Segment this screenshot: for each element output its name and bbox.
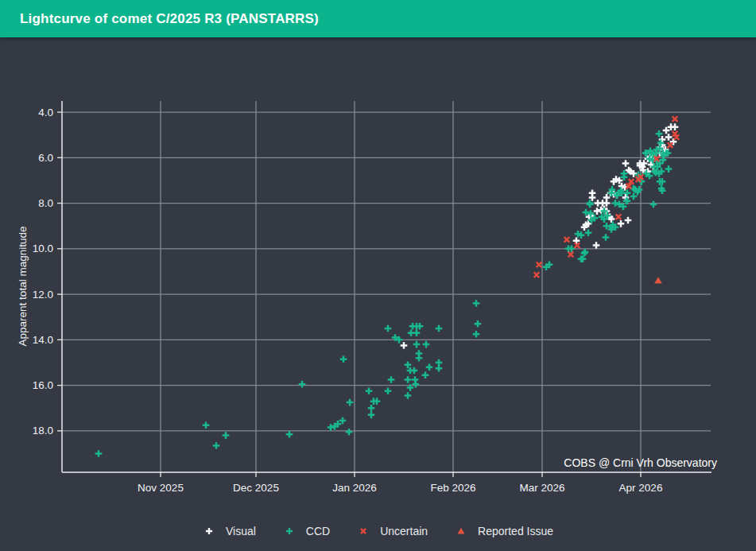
data-point [347,399,354,406]
data-point [473,300,480,307]
data-point [401,342,408,349]
data-point [585,229,592,236]
legend-item-visual[interactable]: Visual [203,525,256,537]
data-point [426,363,433,371]
data-point [587,201,594,208]
page-title: Lightcurve of comet C/2025 R3 (PANSTARRS… [20,11,319,27]
data-point [339,417,347,425]
data-point [413,341,421,348]
data-point [413,381,420,388]
legend-label: CCD [306,525,330,537]
data-point [422,371,429,378]
data-point [475,320,482,328]
legend: VisualCCDUncertainReported Issue [0,517,756,545]
x-tick-label: Feb 2026 [430,482,475,494]
data-point [593,242,600,249]
title-bar: Lightcurve of comet C/2025 R3 (PANSTARRS… [0,0,756,37]
data-point [436,365,443,372]
data-points [95,116,680,457]
data-point [612,200,619,207]
legend-label: Uncertain [380,525,428,537]
y-tick-label: 6.0 [38,152,53,164]
data-point [366,387,373,394]
data-point [616,214,622,219]
data-point [663,127,670,134]
data-point [622,160,630,167]
plus-marker-icon [283,525,296,537]
data-point [603,223,611,230]
data-point [436,325,443,332]
data-point [413,329,421,336]
y-tick-label: 18.0 [33,425,53,437]
y-tick-label: 16.0 [33,379,53,391]
gridlines [62,101,711,472]
data-point [405,376,412,383]
data-point [473,331,480,338]
data-point [650,201,657,208]
data-point [534,272,540,277]
data-point [405,392,412,399]
data-point [95,450,103,457]
y-tick-label: 4.0 [38,107,53,118]
legend-item-reported-issue[interactable]: Reported Issue [455,525,553,537]
triangle-marker-icon [455,525,467,537]
data-point [223,432,230,439]
data-point [668,142,673,148]
data-point [673,116,678,122]
legend-label: Visual [226,525,256,537]
legend-label: Reported Issue [478,525,553,537]
x-tick-label: Nov 2025 [138,482,184,494]
data-point [665,165,673,173]
data-point [630,193,638,200]
series-ccd [95,130,673,457]
data-point [618,220,625,227]
data-point [368,405,375,412]
data-point [346,429,353,436]
watermark-credit: COBS @ Crni Vrh Observatory [564,456,717,469]
plus-marker-icon [203,525,215,537]
y-axis-title: Apparent total magnitude [17,227,29,347]
data-point [594,208,601,215]
y-tick-label: 12.0 [33,289,53,301]
data-point [665,134,673,141]
x-marker-icon [357,525,370,537]
y-tick-label: 10.0 [33,243,53,254]
cobs-lightcurve-page: Lightcurve of comet C/2025 R3 (PANSTARRS… [0,0,756,551]
data-point [411,367,418,374]
data-point [672,123,679,130]
data-point [537,262,542,268]
x-tick-label: Apr 2026 [619,482,663,494]
data-point [568,252,574,258]
y-tick-label: 14.0 [33,334,53,346]
tick-labels: 4.06.08.010.012.014.016.018.0Nov 2025Dec… [33,107,663,494]
y-tick-label: 8.0 [38,197,53,209]
series-reported-issue [654,277,662,283]
legend-item-ccd[interactable]: CCD [283,525,330,537]
data-point [299,381,306,388]
data-point [328,424,335,431]
legend-item-uncertain[interactable]: Uncertain [357,525,428,537]
x-tick-label: Dec 2025 [233,482,279,494]
data-point [564,237,570,243]
data-point [203,421,210,429]
data-point [603,234,610,241]
data-point [340,355,347,363]
data-point [654,277,662,283]
data-point [603,194,611,201]
x-tick-label: Mar 2026 [519,482,564,494]
data-point [286,431,293,438]
lightcurve-chart: 4.06.08.010.012.014.016.018.0Nov 2025Dec… [0,37,756,519]
data-point [368,412,375,419]
data-point [621,173,628,180]
data-point [388,376,395,383]
data-point [416,355,423,362]
data-point [625,217,632,224]
data-point [385,387,392,394]
data-point [423,341,430,348]
x-tick-label: Jan 2026 [332,482,377,494]
chart-area: 4.06.08.010.012.014.016.018.0Nov 2025Dec… [0,37,756,519]
data-point [582,249,589,256]
data-point [213,442,220,449]
data-point [385,325,392,332]
